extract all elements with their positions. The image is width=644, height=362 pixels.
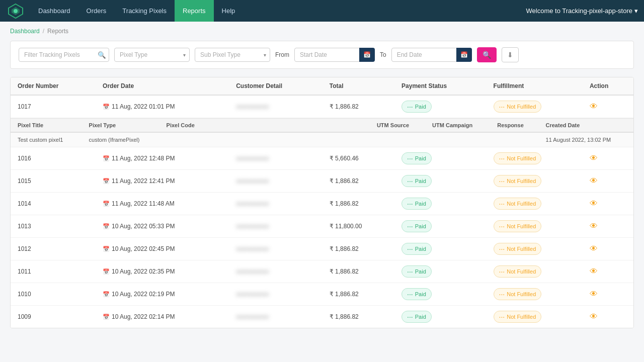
logo [6, 2, 25, 21]
payment-status-badge: ··· Paid [401, 311, 432, 323]
paid-dot-icon: ··· [407, 200, 413, 208]
view-order-button[interactable]: 👁 [590, 154, 598, 163]
cell-order-date: 📅11 Aug, 2022 12:48 PM [96, 147, 229, 170]
calendar-icon: 📅 [103, 201, 110, 207]
pixel-utm-campaign [425, 132, 490, 147]
col-total: Total [323, 77, 394, 95]
cell-customer: ●●●●●●●●● [229, 283, 323, 306]
view-order-button[interactable]: 👁 [590, 222, 598, 231]
not-fulfilled-dot-icon: ··· [499, 245, 505, 253]
paid-dot-icon: ··· [407, 177, 413, 185]
view-order-button[interactable]: 👁 [590, 176, 598, 186]
fulfillment-badge: ··· Not Fulfilled [494, 243, 542, 255]
payment-status-badge: ··· Paid [401, 220, 432, 232]
customer-name: ●●●●●●●●● [236, 291, 269, 298]
col-fulfillment: Fulfillment [487, 77, 583, 95]
fulfillment-badge: ··· Not Fulfilled [494, 311, 542, 323]
nav-orders[interactable]: Orders [78, 0, 115, 22]
cell-fulfillment: ··· Not Fulfilled [487, 306, 583, 328]
not-fulfilled-dot-icon: ··· [499, 177, 505, 185]
breadcrumb-current: Reports [47, 28, 68, 35]
pixel-col-response: Response [490, 119, 538, 133]
payment-status-badge: ··· Paid [401, 265, 432, 278]
nav-dashboard[interactable]: Dashboard [30, 0, 78, 22]
nav-reports[interactable]: Reports [175, 0, 214, 22]
payment-status-badge: ··· Paid [401, 152, 432, 164]
view-order-button[interactable]: 👁 [590, 267, 598, 276]
cell-total: ₹ 1,886.82 [323, 283, 394, 306]
payment-status-badge: ··· Paid [401, 101, 432, 113]
paid-dot-icon: ··· [407, 245, 413, 253]
sub-pixel-type-select[interactable]: Sub Pixel Type [195, 48, 270, 62]
reports-table-container: Order Number Order Date Customer Detail … [10, 77, 634, 328]
paid-dot-icon: ··· [407, 313, 413, 321]
customer-name: ●●●●●●●●● [236, 223, 269, 230]
end-date-calendar-button[interactable]: 📅 [456, 48, 472, 62]
customer-name: ●●●●●●●●● [236, 200, 269, 207]
view-order-button[interactable]: 👁 [590, 290, 598, 299]
nav-help[interactable]: Help [214, 0, 244, 22]
cell-order-number: 1010 [11, 283, 96, 306]
cell-order-date: 📅10 Aug, 2022 05:33 PM [96, 215, 229, 238]
pixel-col-code: Pixel Code [159, 119, 370, 133]
table-row: 1015 📅11 Aug, 2022 12:41 PM ●●●●●●●●● ₹ … [11, 170, 633, 193]
export-button[interactable]: ⬇ [502, 47, 519, 62]
cell-action: 👁 [583, 306, 633, 328]
view-order-button[interactable]: 👁 [590, 199, 598, 208]
cell-payment-status: ··· Paid [394, 170, 486, 193]
cell-order-number: 1012 [11, 238, 96, 260]
fulfillment-badge: ··· Not Fulfilled [494, 220, 542, 232]
calendar-icon: 📅 [103, 268, 110, 275]
breadcrumb-home[interactable]: Dashboard [10, 28, 40, 35]
calendar-icon: 📅 [103, 104, 110, 110]
view-order-button[interactable]: 👁 [590, 312, 598, 321]
pixel-col-type: Pixel Type [82, 119, 159, 133]
paid-dot-icon: ··· [407, 290, 413, 298]
filter-search-icon[interactable]: 🔍 [98, 51, 106, 59]
cell-total: ₹ 1,886.82 [323, 95, 394, 118]
table-row: 1009 📅10 Aug, 2022 02:14 PM ●●●●●●●●● ₹ … [11, 306, 633, 328]
cell-order-date: 📅10 Aug, 2022 02:45 PM [96, 238, 229, 260]
pixel-type-select[interactable]: Pixel Type [114, 48, 190, 62]
cell-order-number: 1015 [11, 170, 96, 193]
payment-status-badge: ··· Paid [401, 198, 432, 210]
cell-order-date: 📅10 Aug, 2022 02:35 PM [96, 260, 229, 283]
chevron-down-icon: ▾ [634, 7, 638, 15]
table-row: 1017 📅11 Aug, 2022 01:01 PM ●●●●●●●●● ₹ … [11, 95, 633, 118]
breadcrumb-separator: / [43, 28, 44, 35]
cell-fulfillment: ··· Not Fulfilled [487, 147, 583, 170]
from-label: From [275, 51, 289, 58]
col-order-date: Order Date [96, 77, 229, 95]
nav-tracking-pixels[interactable]: Tracking Pixels [114, 0, 175, 22]
cell-order-number: 1014 [11, 193, 96, 215]
view-order-button[interactable]: 👁 [590, 244, 598, 253]
cell-action: 👁 [583, 215, 633, 238]
cell-payment-status: ··· Paid [394, 193, 486, 215]
cell-order-date: 📅10 Aug, 2022 02:14 PM [96, 306, 229, 328]
breadcrumb: Dashboard / Reports [0, 22, 644, 41]
pixel-type-wrap: Pixel Type ▾ [114, 48, 190, 62]
table-row: 1012 📅10 Aug, 2022 02:45 PM ●●●●●●●●● ₹ … [11, 238, 633, 260]
view-order-button[interactable]: 👁 [590, 102, 598, 111]
cell-fulfillment: ··· Not Fulfilled [487, 260, 583, 283]
cell-customer: ●●●●●●●●● [229, 170, 323, 193]
cell-action: 👁 [583, 238, 633, 260]
not-fulfilled-dot-icon: ··· [499, 222, 505, 230]
customer-name: ●●●●●●●●● [236, 313, 269, 320]
start-date-calendar-button[interactable]: 📅 [359, 48, 375, 62]
customer-name: ●●●●●●●●● [236, 268, 269, 275]
not-fulfilled-dot-icon: ··· [499, 103, 505, 111]
nav-links: Dashboard Orders Tracking Pixels Reports… [30, 0, 526, 22]
navbar-welcome: Welcome to Tracking-pixel-app-store ▾ [526, 7, 638, 15]
filter-pixel-input[interactable] [19, 48, 109, 62]
cell-customer: ●●●●●●●●● [229, 238, 323, 260]
to-label: To [380, 51, 386, 58]
end-date-wrap: 📅 [391, 48, 472, 62]
not-fulfilled-dot-icon: ··· [499, 154, 505, 162]
reports-table: Order Number Order Date Customer Detail … [11, 77, 633, 328]
cell-order-date: 📅10 Aug, 2022 02:19 PM [96, 283, 229, 306]
table-row: 1013 📅10 Aug, 2022 05:33 PM ●●●●●●●●● ₹ … [11, 215, 633, 238]
search-button[interactable]: 🔍 [477, 47, 497, 62]
cell-payment-status: ··· Paid [394, 306, 486, 328]
cell-action: 👁 [583, 193, 633, 215]
